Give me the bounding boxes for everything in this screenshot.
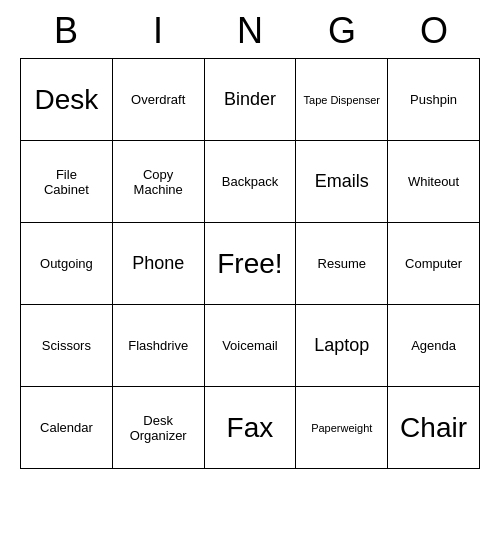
- cell-text: Scissors: [42, 338, 91, 353]
- cell-text: Emails: [315, 171, 369, 191]
- header-letter-G: G: [299, 10, 385, 52]
- bingo-cell: Resume: [296, 223, 388, 305]
- header-letter-I: I: [115, 10, 201, 52]
- bingo-cell: Scissors: [21, 305, 113, 387]
- table-row: ScissorsFlashdriveVoicemailLaptopAgenda: [21, 305, 480, 387]
- bingo-cell: Binder: [204, 59, 296, 141]
- bingo-cell: FileCabinet: [21, 141, 113, 223]
- cell-text: FileCabinet: [44, 167, 89, 197]
- cell-text: Binder: [224, 89, 276, 109]
- bingo-cell: Flashdrive: [112, 305, 204, 387]
- bingo-cell: Tape Dispenser: [296, 59, 388, 141]
- cell-text: Desk: [35, 84, 99, 115]
- cell-text: Free!: [217, 248, 282, 279]
- cell-text: CopyMachine: [134, 167, 183, 197]
- cell-text: Outgoing: [40, 256, 93, 271]
- bingo-cell: DeskOrganizer: [112, 387, 204, 469]
- cell-text: Paperweight: [311, 422, 372, 434]
- bingo-cell: Voicemail: [204, 305, 296, 387]
- header-letter-B: B: [23, 10, 109, 52]
- cell-text: Agenda: [411, 338, 456, 353]
- cell-text: Voicemail: [222, 338, 278, 353]
- bingo-cell: CopyMachine: [112, 141, 204, 223]
- cell-text: Flashdrive: [128, 338, 188, 353]
- bingo-cell: Free!: [204, 223, 296, 305]
- cell-text: Backpack: [222, 174, 278, 189]
- bingo-cell: Fax: [204, 387, 296, 469]
- bingo-cell: Desk: [21, 59, 113, 141]
- cell-text: Calendar: [40, 420, 93, 435]
- bingo-cell: Chair: [388, 387, 480, 469]
- bingo-cell: Overdraft: [112, 59, 204, 141]
- bingo-cell: Whiteout: [388, 141, 480, 223]
- bingo-cell: Pushpin: [388, 59, 480, 141]
- table-row: OutgoingPhoneFree!ResumeComputer: [21, 223, 480, 305]
- bingo-header: BINGO: [20, 0, 480, 58]
- header-letter-O: O: [391, 10, 477, 52]
- table-row: FileCabinetCopyMachineBackpackEmailsWhit…: [21, 141, 480, 223]
- cell-text: Chair: [400, 412, 467, 443]
- cell-text: DeskOrganizer: [130, 413, 187, 443]
- cell-text: Fax: [227, 412, 274, 443]
- header-letter-N: N: [207, 10, 293, 52]
- bingo-cell: Backpack: [204, 141, 296, 223]
- cell-text: Phone: [132, 253, 184, 273]
- table-row: DeskOverdraftBinderTape DispenserPushpin: [21, 59, 480, 141]
- bingo-cell: Calendar: [21, 387, 113, 469]
- table-row: CalendarDeskOrganizerFaxPaperweightChair: [21, 387, 480, 469]
- bingo-cell: Computer: [388, 223, 480, 305]
- cell-text: Whiteout: [408, 174, 459, 189]
- cell-text: Tape Dispenser: [304, 94, 380, 106]
- cell-text: Resume: [318, 256, 366, 271]
- bingo-cell: Outgoing: [21, 223, 113, 305]
- cell-text: Computer: [405, 256, 462, 271]
- cell-text: Laptop: [314, 335, 369, 355]
- cell-text: Overdraft: [131, 92, 185, 107]
- bingo-cell: Phone: [112, 223, 204, 305]
- bingo-grid: DeskOverdraftBinderTape DispenserPushpin…: [20, 58, 480, 469]
- bingo-cell: Agenda: [388, 305, 480, 387]
- bingo-cell: Paperweight: [296, 387, 388, 469]
- cell-text: Pushpin: [410, 92, 457, 107]
- bingo-cell: Laptop: [296, 305, 388, 387]
- bingo-cell: Emails: [296, 141, 388, 223]
